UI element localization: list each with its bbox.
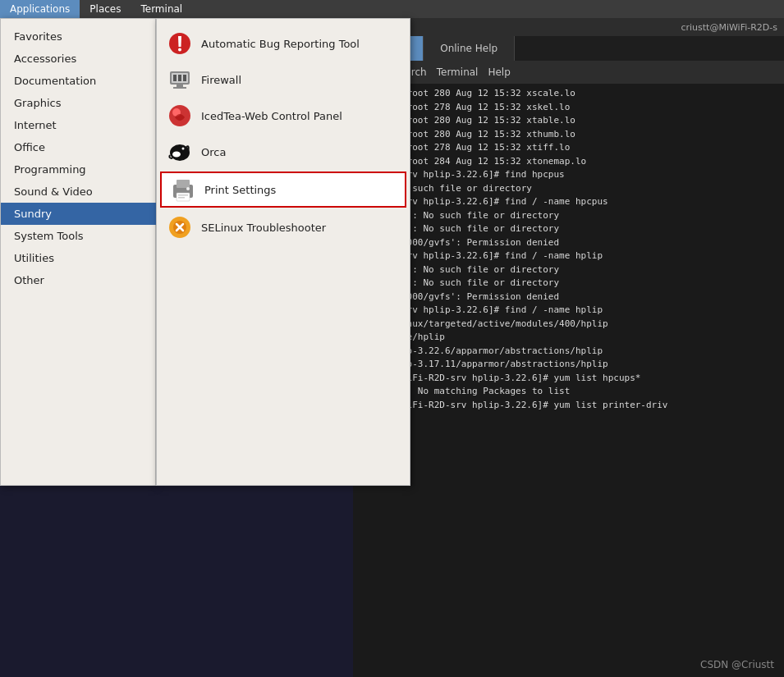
term-line: /opt/hplip-3.17.11/apparmor/abstractions… xyxy=(358,358,779,372)
category-sundry[interactable]: Sundry xyxy=(1,203,157,225)
svg-rect-6 xyxy=(178,75,181,81)
svg-point-2 xyxy=(178,48,181,52)
submenu-print-settings-label: Print Settings xyxy=(204,184,276,196)
firewall-icon xyxy=(167,66,193,93)
svg-marker-1 xyxy=(178,36,181,47)
svg-rect-18 xyxy=(178,194,188,196)
menubar-terminal[interactable]: Terminal xyxy=(131,0,192,18)
term-line: . 1 root root 280 Aug 12 15:32 xscale.lo xyxy=(358,87,779,101)
orca-icon xyxy=(167,139,193,165)
menubar-applications[interactable]: Applications xyxy=(0,0,80,18)
term-line: roc/97451': No such file or directory xyxy=(358,277,779,290)
term-line: iFi-R2D-srv hplip-3.22.6]# find / -name … xyxy=(358,304,779,318)
submenu-print-settings[interactable]: Print Settings xyxy=(160,172,406,208)
main-area: criustt@MiWiFi-R2D-s Classes Online Help… xyxy=(0,18,784,677)
top-menubar: Applications Places Terminal xyxy=(0,0,784,18)
svg-rect-5 xyxy=(173,75,177,81)
submenu-firewall-label: Firewall xyxy=(201,74,241,86)
term-line: . 1 root root 284 Aug 12 15:32 xtonemap.… xyxy=(358,155,779,169)
category-favorites[interactable]: Favorites xyxy=(1,25,157,48)
print-settings-icon xyxy=(170,176,196,203)
submenu-orca-label: Orca xyxy=(201,146,226,158)
category-graphics[interactable]: Graphics xyxy=(1,92,157,114)
terminal-status-text: criustt@MiWiFi-R2D-s xyxy=(681,22,777,33)
category-accessories[interactable]: Accessories xyxy=(1,48,157,70)
svg-point-20 xyxy=(186,187,190,190)
svg-rect-19 xyxy=(178,197,185,199)
category-office[interactable]: Office xyxy=(1,136,157,158)
submenu-selinux-label: SELinux Troubleshooter xyxy=(201,222,326,234)
submenu-abrt[interactable]: Automatic Bug Reporting Tool xyxy=(157,25,410,62)
menubar-places[interactable]: Places xyxy=(80,0,131,18)
term-line: ^[[AError: No matching Packages to list xyxy=(358,385,779,399)
category-programming[interactable]: Programming xyxy=(1,158,157,181)
submenu-orca[interactable]: Orca xyxy=(157,134,410,170)
submenu-selinux[interactable]: SELinux Troubleshooter xyxy=(157,209,410,245)
menu-terminal[interactable]: Terminal xyxy=(437,66,479,78)
app-menu-panel: Favorites Accessories Documentation Grap… xyxy=(0,18,156,486)
terminal-tabs: Classes Online Help xyxy=(353,36,784,61)
term-line: roc/97429': No such file or directory xyxy=(358,263,779,277)
term-line: un/user/1000/gvfs': Permission denied xyxy=(358,236,779,250)
term-line: . 1 root root 278 Aug 12 15:32 xtiff.lo xyxy=(358,141,779,155)
selinux-icon xyxy=(167,214,193,240)
svg-rect-16 xyxy=(177,180,190,188)
category-other[interactable]: Other xyxy=(1,269,157,291)
term-line: /opt/hplip-3.22.6/apparmor/abstractions/… xyxy=(358,345,779,359)
submenu-icedtea-label: IcedTea-Web Control Panel xyxy=(201,110,342,122)
submenu-icedtea[interactable]: IcedTea-Web Control Panel xyxy=(157,98,410,134)
term-line: /etc/selinux/targeted/active/modules/400… xyxy=(358,318,779,332)
term-line: . 1 root root 280 Aug 12 15:32 xthumb.lo xyxy=(358,128,779,142)
abrt-icon xyxy=(167,30,193,57)
svg-rect-9 xyxy=(173,87,186,89)
category-system-tools[interactable]: System Tools xyxy=(1,225,157,247)
category-list: Favorites Accessories Documentation Grap… xyxy=(1,19,157,298)
term-line: /usr/share/hplip xyxy=(358,331,779,345)
submenu-panel: Automatic Bug Reporting Tool Firewall xyxy=(156,18,410,486)
category-utilities[interactable]: Utilities xyxy=(1,247,157,269)
term-line: . 1 root root 280 Aug 12 15:32 xtable.lo xyxy=(358,114,779,128)
watermark: CSDN @Criustt xyxy=(700,659,774,670)
category-sound-video[interactable]: Sound & Video xyxy=(1,181,157,203)
svg-point-13 xyxy=(172,152,181,158)
category-internet[interactable]: Internet xyxy=(1,114,157,136)
term-line: [root@MiWiFi-R2D-srv hplip-3.22.6]# yum … xyxy=(358,372,779,386)
tab-online-help[interactable]: Online Help xyxy=(424,36,515,61)
term-line: cpus': No such file or directory xyxy=(358,182,779,196)
term-line: iFi-R2D-srv hplip-3.22.6]# find / -name … xyxy=(358,195,779,209)
terminal-window: criustt@MiWiFi-R2D-s Classes Online Help… xyxy=(353,18,784,677)
submenu-abrt-label: Automatic Bug Reporting Tool xyxy=(201,38,360,50)
term-line: iFi-R2D-srv hplip-3.22.6]# find / -name … xyxy=(358,249,779,263)
submenu-firewall[interactable]: Firewall xyxy=(157,62,410,98)
svg-point-14 xyxy=(182,148,185,150)
terminal-status-bar: criustt@MiWiFi-R2D-s xyxy=(353,18,784,36)
terminal-menu-bar: View Search Terminal Help xyxy=(353,61,784,84)
term-line: roc/96136': No such file or directory xyxy=(358,222,779,236)
term-line: roc/96123': No such file or directory xyxy=(358,209,779,223)
icedtea-icon xyxy=(167,103,193,129)
term-line: . 1 root root 278 Aug 12 15:32 xskel.lo xyxy=(358,101,779,115)
svg-rect-7 xyxy=(183,75,186,81)
menu-help[interactable]: Help xyxy=(488,66,510,78)
term-line: un/user/1000/gvfs': Permission denied xyxy=(358,290,779,304)
term-line: iFi-R2D-srv hplip-3.22.6]# find hpcpus xyxy=(358,168,779,182)
term-line: [root@MiWiFi-R2D-srv hplip-3.22.6]# yum … xyxy=(358,399,779,413)
category-documentation[interactable]: Documentation xyxy=(1,70,157,92)
terminal-content[interactable]: . 1 root root 280 Aug 12 15:32 xscale.lo… xyxy=(353,84,784,677)
